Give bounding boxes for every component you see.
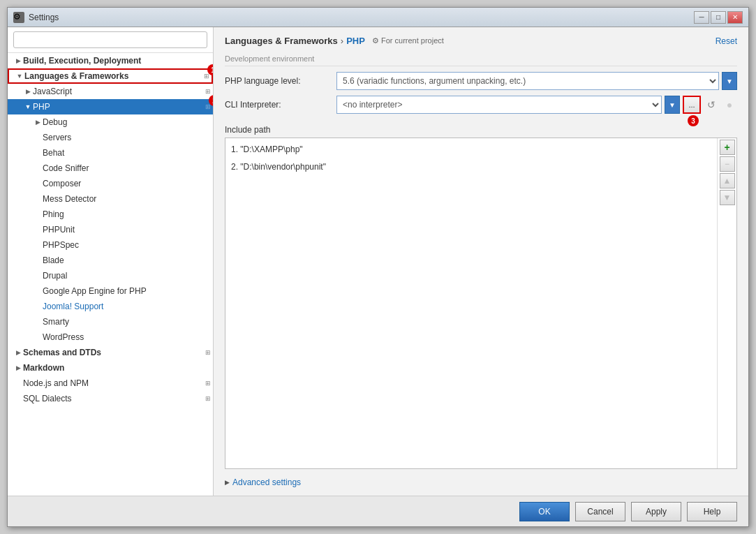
sidebar-item-blade[interactable]: ▶ Blade bbox=[8, 253, 213, 268]
sidebar-item-schemas[interactable]: ▶ Schemas and DTDs ⊞ bbox=[8, 345, 213, 360]
sidebar-item-sql-dialects[interactable]: ▶ SQL Dialects ⊞ bbox=[8, 391, 213, 406]
sidebar-item-smarty[interactable]: ▶ Smarty bbox=[8, 314, 213, 329]
path-item-1: 1. "D:\XAMPP\php" bbox=[228, 141, 714, 158]
help-button[interactable]: Help bbox=[687, 502, 737, 521]
sidebar-item-label: Markdown bbox=[23, 363, 213, 373]
cli-interpreter-dropdown-btn[interactable]: ▼ bbox=[665, 96, 680, 114]
sidebar-item-label: Joomla! Support bbox=[43, 302, 213, 311]
sidebar-item-joomla[interactable]: ▶ Joomla! Support bbox=[8, 299, 213, 314]
settings-window: ⚙ Settings ─ □ ✕ ▶ Build, Execution, Dep… bbox=[7, 7, 749, 527]
sidebar-item-label: Composer bbox=[43, 179, 213, 188]
sidebar-item-code-sniffer[interactable]: ▶ Code Sniffer bbox=[8, 161, 213, 176]
php-level-dropdown-btn[interactable]: ▼ bbox=[722, 72, 737, 90]
include-path-section: Include path 1. "D:\XAMPP\php" 2. "D:\bi… bbox=[225, 125, 737, 469]
sidebar-item-servers[interactable]: ▶ Servers bbox=[8, 130, 213, 145]
sidebar-item-label: WordPress bbox=[43, 332, 213, 342]
sidebar-item-label: Smarty bbox=[43, 317, 213, 327]
sidebar-item-label: PHPUnit bbox=[43, 225, 213, 235]
sidebar-item-label: PHP bbox=[33, 102, 200, 112]
advanced-settings-label: Advanced settings bbox=[232, 477, 301, 487]
arrow-icon: ▶ bbox=[13, 363, 23, 373]
sidebar-item-nodejs[interactable]: ▶ Node.js and NPM ⊞ bbox=[8, 376, 213, 391]
php-level-row: PHP language level: 5.6 (variadic functi… bbox=[225, 72, 737, 90]
move-down-btn[interactable]: ▼ bbox=[720, 190, 735, 205]
arrow-icon: ▶ bbox=[23, 87, 33, 96]
include-path-container: 1. "D:\XAMPP\php" 2. "D:\bin\vendor\phpu… bbox=[225, 138, 737, 469]
arrow-icon: ▶ bbox=[33, 117, 43, 127]
content-area: ▶ Build, Execution, Deployment ▼ Languag… bbox=[8, 27, 748, 496]
remove-path-btn[interactable]: − bbox=[720, 156, 735, 172]
arrow-icon: ▼ bbox=[15, 71, 24, 81]
breadcrumb-parent: Languages & Frameworks bbox=[225, 36, 338, 46]
add-path-btn[interactable]: + bbox=[720, 140, 735, 155]
arrow-icon: ▶ bbox=[13, 348, 23, 357]
sidebar-item-label: Mess Detector bbox=[43, 194, 213, 204]
sidebar-item-drupal[interactable]: ▶ Drupal bbox=[8, 268, 213, 283]
path-item-2: 2. "D:\bin\vendor\phpunit" bbox=[228, 158, 714, 176]
cli-interpreter-control: <no interpreter> ▼ ... ↺ ● bbox=[336, 96, 737, 114]
sidebar-item-google-app-engine[interactable]: ▶ Google App Engine for PHP bbox=[8, 283, 213, 299]
cli-interpreter-select[interactable]: <no interpreter> bbox=[336, 96, 662, 114]
sidebar-item-behat[interactable]: ▶ Behat bbox=[8, 145, 213, 161]
sidebar-item-label: JavaScript bbox=[33, 87, 200, 96]
sync-icon: ⊞ bbox=[203, 378, 213, 388]
cli-interpreter-label: CLI Interpreter: bbox=[225, 100, 336, 110]
sidebar-item-label: Behat bbox=[43, 148, 213, 158]
sidebar-item-composer[interactable]: ▶ Composer bbox=[8, 176, 213, 191]
sidebar-item-debug[interactable]: ▶ Debug bbox=[8, 114, 213, 130]
reset-link[interactable]: Reset bbox=[716, 36, 737, 46]
php-level-control: 5.6 (variadic functions, argument unpack… bbox=[336, 72, 737, 90]
search-input[interactable] bbox=[13, 31, 207, 48]
window-title: Settings bbox=[29, 13, 694, 22]
sidebar-item-label: Google App Engine for PHP bbox=[43, 286, 213, 296]
refresh-icon[interactable]: ↺ bbox=[704, 97, 719, 112]
sidebar-item-javascript[interactable]: ▶ JavaScript ⊞ bbox=[8, 84, 213, 99]
sidebar-item-languages[interactable]: ▼ Languages & Frameworks ⊞ 1 bbox=[8, 68, 213, 84]
sync-icon: ⊞ bbox=[203, 394, 213, 403]
app-icon: ⚙ bbox=[13, 12, 24, 23]
cli-interpreter-ellipsis-btn[interactable]: ... bbox=[683, 96, 701, 114]
arrow-icon: ▼ bbox=[23, 102, 33, 112]
sidebar-item-label: Node.js and NPM bbox=[23, 378, 200, 388]
breadcrumb-current: PHP bbox=[346, 36, 365, 46]
close-button[interactable]: ✕ bbox=[727, 11, 743, 24]
sidebar-item-markdown[interactable]: ▶ Markdown bbox=[8, 360, 213, 376]
sidebar-item-phpunit[interactable]: ▶ PHPUnit bbox=[8, 222, 213, 237]
sidebar-item-phing[interactable]: ▶ Phing bbox=[8, 207, 213, 222]
sidebar-item-build[interactable]: ▶ Build, Execution, Deployment bbox=[8, 53, 213, 68]
sidebar-item-label: SQL Dialects bbox=[23, 394, 200, 403]
maximize-button[interactable]: □ bbox=[711, 11, 726, 24]
include-path-list: 1. "D:\XAMPP\php" 2. "D:\bin\vendor\phpu… bbox=[225, 138, 717, 468]
breadcrumb: Languages & Frameworks › PHP For current… bbox=[225, 36, 737, 46]
sidebar-item-phpspec[interactable]: ▶ PHPSpec bbox=[8, 237, 213, 253]
breadcrumb-note: For current project bbox=[372, 36, 444, 45]
cli-interpreter-row: CLI Interpreter: <no interpreter> ▼ ... … bbox=[225, 96, 737, 114]
include-path-toolbar: + − ▲ ▼ bbox=[717, 138, 736, 468]
ok-button[interactable]: OK bbox=[519, 502, 570, 521]
window-controls: ─ □ ✕ bbox=[694, 11, 743, 24]
breadcrumb-separator: › bbox=[341, 36, 343, 46]
sidebar-item-label: Blade bbox=[43, 255, 213, 265]
sidebar-item-wordpress[interactable]: ▶ WordPress bbox=[8, 329, 213, 345]
sidebar-item-label: PHPSpec bbox=[43, 240, 213, 250]
sidebar-item-label: Languages & Frameworks bbox=[24, 71, 199, 81]
sidebar-item-label: Servers bbox=[43, 133, 213, 142]
sidebar-item-label: Build, Execution, Deployment bbox=[23, 56, 213, 66]
sidebar-item-label: Debug bbox=[43, 117, 213, 127]
main-panel: Languages & Frameworks › PHP For current… bbox=[214, 27, 748, 496]
sidebar-item-php[interactable]: ▼ PHP ⊞ 2 bbox=[8, 99, 213, 114]
cancel-button[interactable]: Cancel bbox=[575, 502, 625, 521]
php-level-select[interactable]: 5.6 (variadic functions, argument unpack… bbox=[336, 72, 719, 90]
move-up-btn[interactable]: ▲ bbox=[720, 173, 735, 188]
include-path-label: Include path bbox=[225, 125, 737, 135]
title-bar: ⚙ Settings ─ □ ✕ bbox=[8, 8, 748, 27]
apply-button[interactable]: Apply bbox=[631, 502, 681, 521]
sidebar-item-label: Phing bbox=[43, 209, 213, 219]
advanced-settings-toggle[interactable]: Advanced settings bbox=[225, 477, 737, 487]
minimize-button[interactable]: ─ bbox=[694, 11, 709, 24]
sidebar-item-mess-detector[interactable]: ▶ Mess Detector bbox=[8, 191, 213, 207]
sync-icon: ● bbox=[722, 97, 737, 112]
sync-icon: ⊞ bbox=[203, 348, 213, 357]
section-dev-env: Development environment bbox=[225, 54, 737, 66]
sidebar-tree: ▶ Build, Execution, Deployment ▼ Languag… bbox=[8, 53, 213, 496]
